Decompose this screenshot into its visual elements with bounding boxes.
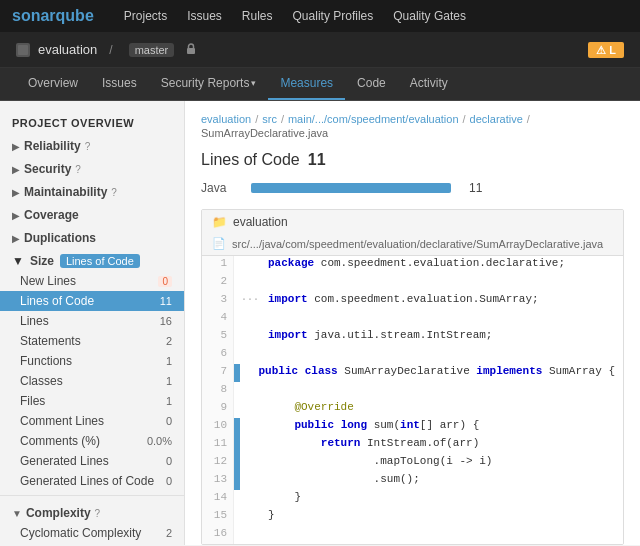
sidebar-reliability[interactable]: ▶ Reliability ? — [0, 133, 184, 156]
chart-label: Java — [201, 181, 241, 195]
metric-value: 11 — [308, 151, 326, 169]
code-line: 12 .mapToLong(i -> i) — [202, 454, 623, 472]
chevron-down-icon: ▼ — [12, 508, 22, 519]
nav-issues[interactable]: Issues — [177, 0, 232, 32]
code-line: 16 — [202, 526, 623, 544]
logo: sonarqube — [12, 7, 94, 25]
code-line: 4 — [202, 310, 623, 328]
chevron-right-icon: ▶ — [12, 187, 20, 198]
code-line: 11 return IntStream.of(arr) — [202, 436, 623, 454]
sidebar-item[interactable]: Generated Lines of Code0 — [0, 471, 184, 491]
tab-issues[interactable]: Issues — [90, 68, 149, 100]
sidebar-maintainability[interactable]: ▶ Maintainability ? — [0, 179, 184, 202]
chevron-down-icon: ▼ — [12, 254, 24, 268]
project-header-left: evaluation / master — [16, 42, 196, 57]
code-header: 📁 evaluation 📄 src/.../java/com/speedmen… — [202, 210, 623, 256]
lock-icon — [186, 43, 196, 57]
sidebar-item[interactable]: Comment Lines0 — [0, 411, 184, 431]
chart-bar — [251, 183, 451, 193]
breadcrumb-main[interactable]: main/.../com/speedment/evaluation — [288, 113, 459, 125]
sidebar-item[interactable]: Cognitive Complexity0 — [0, 543, 184, 545]
project-tabs: Overview Issues Security Reports ▾ Measu… — [0, 68, 640, 101]
chart-count: 11 — [469, 181, 482, 195]
sidebar-security[interactable]: ▶ Security ? — [0, 156, 184, 179]
nav-rules[interactable]: Rules — [232, 0, 283, 32]
code-line: 9 @Override — [202, 400, 623, 418]
code-line: 2 — [202, 274, 623, 292]
sidebar-size[interactable]: ▼ Size Lines of Code — [0, 248, 184, 271]
code-line: 8 — [202, 382, 623, 400]
code-line: 14 } — [202, 490, 623, 508]
nav-quality-profiles[interactable]: Quality Profiles — [283, 0, 384, 32]
code-folder: evaluation — [233, 215, 288, 229]
breadcrumb: evaluation / src / main/.../com/speedmen… — [201, 113, 624, 139]
sidebar-item[interactable]: Lines of Code11 — [0, 291, 184, 311]
chevron-down-icon: ▾ — [251, 78, 256, 88]
sidebar-item[interactable]: Comments (%)0.0% — [0, 431, 184, 451]
sidebar-item[interactable]: Classes1 — [0, 371, 184, 391]
sidebar-item[interactable]: Functions1 — [0, 351, 184, 371]
svg-rect-1 — [187, 48, 195, 54]
sidebar-item[interactable]: Generated Lines0 — [0, 451, 184, 471]
nav-projects[interactable]: Projects — [114, 0, 177, 32]
sidebar-duplications[interactable]: ▶ Duplications — [0, 225, 184, 248]
main-content: Project Overview ▶ Reliability ? ▶ Secur… — [0, 101, 640, 545]
metric-header: Lines of Code 11 — [201, 151, 624, 169]
sidebar-item[interactable]: Cyclomatic Complexity2 — [0, 523, 184, 543]
content-area: evaluation / src / main/.../com/speedmen… — [185, 101, 640, 545]
sidebar-item[interactable]: Files1 — [0, 391, 184, 411]
tab-activity[interactable]: Activity — [398, 68, 460, 100]
code-viewer: 📁 evaluation 📄 src/.../java/com/speedmen… — [201, 209, 624, 545]
tab-code[interactable]: Code — [345, 68, 398, 100]
sidebar-item[interactable]: Statements2 — [0, 331, 184, 351]
alert-area: ⚠ L — [588, 43, 624, 57]
code-line: 6 — [202, 346, 623, 364]
code-line: 1package com.speedment.evaluation.declar… — [202, 256, 623, 274]
tab-measures[interactable]: Measures — [268, 68, 345, 100]
code-line: 13 .sum(); — [202, 472, 623, 490]
chart-row: Java 11 — [201, 181, 624, 195]
file-icon: 📄 — [212, 237, 226, 250]
code-line: 3...import com.speedment.evaluation.SumA… — [202, 292, 623, 310]
breadcrumb-evaluation[interactable]: evaluation — [201, 113, 251, 125]
sidebar: Project Overview ▶ Reliability ? ▶ Secur… — [0, 101, 185, 545]
chevron-right-icon: ▶ — [12, 233, 20, 244]
code-line: 7public class SumArrayDeclarative implem… — [202, 364, 623, 382]
top-nav: sonarqube Projects Issues Rules Quality … — [0, 0, 640, 32]
nav-quality-gates[interactable]: Quality Gates — [383, 0, 476, 32]
code-content: 1package com.speedment.evaluation.declar… — [202, 256, 623, 544]
breadcrumb-declarative[interactable]: declarative — [470, 113, 523, 125]
sidebar-item[interactable]: New Lines0 — [0, 271, 184, 291]
size-badge: Lines of Code — [60, 254, 140, 268]
tab-security-reports[interactable]: Security Reports ▾ — [149, 68, 269, 100]
branch-badge: master — [129, 43, 175, 57]
tab-overview[interactable]: Overview — [16, 68, 90, 100]
sidebar-coverage[interactable]: ▶ Coverage — [0, 202, 184, 225]
breadcrumb-file: SumArrayDeclarative.java — [201, 127, 328, 139]
chevron-right-icon: ▶ — [12, 210, 20, 221]
project-name[interactable]: evaluation — [38, 42, 97, 57]
code-line: 10 public long sum(int[] arr) { — [202, 418, 623, 436]
breadcrumb-src[interactable]: src — [262, 113, 277, 125]
divider — [0, 495, 184, 496]
project-header: evaluation / master ⚠ L — [0, 32, 640, 68]
code-folder-row: 📁 evaluation — [202, 210, 623, 234]
code-line: 15} — [202, 508, 623, 526]
code-filename: src/.../java/com/speedment/evaluation/de… — [232, 238, 603, 250]
chevron-right-icon: ▶ — [12, 164, 20, 175]
sidebar-section-title: Project Overview — [0, 109, 184, 133]
svg-rect-0 — [18, 45, 28, 55]
alert-badge: ⚠ L — [588, 42, 624, 58]
sidebar-complexity[interactable]: ▼ Complexity ? — [0, 500, 184, 523]
size-items: New Lines0Lines of Code11Lines16Statemen… — [0, 271, 184, 491]
sidebar-item[interactable]: Lines16 — [0, 311, 184, 331]
metric-title: Lines of Code 11 — [201, 151, 624, 169]
code-line: 5import java.util.stream.IntStream; — [202, 328, 623, 346]
code-file-row: 📄 src/.../java/com/speedment/evaluation/… — [202, 234, 623, 255]
project-icon — [16, 43, 30, 57]
chart-bar-container — [251, 183, 451, 193]
folder-icon: 📁 — [212, 215, 227, 229]
nav-items: Projects Issues Rules Quality Profiles Q… — [114, 0, 476, 32]
complexity-items: Cyclomatic Complexity2Cognitive Complexi… — [0, 523, 184, 545]
chevron-right-icon: ▶ — [12, 141, 20, 152]
